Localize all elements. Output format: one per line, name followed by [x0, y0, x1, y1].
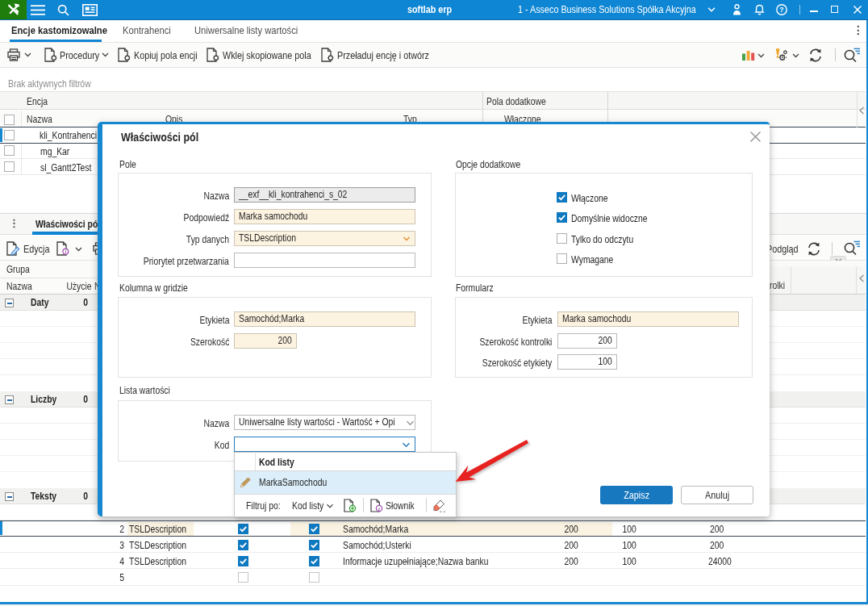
svg-text:i: i: [378, 506, 380, 512]
svg-text:i: i: [65, 249, 66, 254]
svg-text:?: ?: [779, 6, 784, 14]
